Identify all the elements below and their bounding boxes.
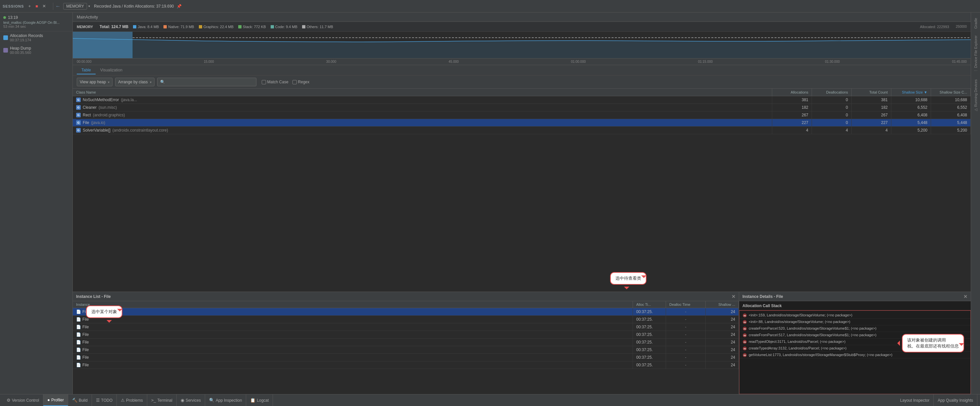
status-services[interactable]: ◉ Services (177, 395, 205, 406)
td-alloc-0: 381 (772, 96, 812, 103)
tab-visualization[interactable]: Visualization (95, 67, 127, 75)
profiler-icon: ● (47, 397, 50, 402)
itd-inst-name-3: File (83, 332, 89, 337)
legend-total: Total: 124.7 MB (100, 24, 128, 29)
instance-pane-close[interactable]: ✕ (732, 294, 735, 299)
status-terminal[interactable]: >_ Terminal (147, 395, 177, 406)
instance-row[interactable]: 📄 File 00:37:25. - 24 (73, 346, 739, 354)
callstack-item-1[interactable]: m <init>:88, Landroid/os/storage/Storage… (740, 319, 970, 325)
status-problems[interactable]: ⚠ Problems (117, 395, 147, 406)
top-bar-icons: + ■ ✕ (27, 3, 47, 9)
search-icon: 🔍 (160, 80, 165, 84)
instance-row-selected[interactable]: 📄 File 00:37:25. - 24 (73, 308, 739, 316)
table-body: G NoSuchMethodError (java.la... 381 0 38… (73, 96, 971, 292)
legend-code-dot (270, 25, 274, 29)
instance-row[interactable]: 📄 File 00:37:25. - 24 (73, 316, 739, 324)
status-build-label: Build (79, 398, 88, 403)
th-class-name[interactable]: Class Name (73, 89, 772, 96)
callstack-item-0[interactable]: m <init>:159, Landroid/os/storage/Storag… (740, 312, 970, 319)
th-shallow-size[interactable]: Shallow Size ▼ (891, 89, 931, 96)
class-name-4: SolverVariable[] (83, 128, 110, 133)
heap-selector[interactable]: View app heap ▾ (77, 78, 113, 86)
regex-checkbox[interactable] (293, 80, 297, 84)
add-session-btn[interactable]: + (27, 3, 32, 9)
tab-table[interactable]: Table (77, 67, 95, 75)
instance-row[interactable]: 📄 File 00:37:25. - 24 (73, 339, 739, 346)
table-row[interactable]: G Rect (android.graphics) 267 0 267 6,40… (73, 111, 971, 119)
close-session-btn[interactable]: ✕ (41, 3, 47, 9)
timeline-mark-0: 00:00.000 (77, 60, 92, 63)
table-row[interactable]: G SolverVariable[] (androidx.constraintl… (73, 127, 971, 134)
stop-btn[interactable]: ■ (34, 3, 40, 9)
th-deallocations[interactable]: Deallocations (812, 89, 852, 96)
class-pkg-3: (java.io) (91, 121, 105, 125)
status-layout-inspector[interactable]: Layout Inspector (896, 395, 934, 406)
search-box[interactable]: 🔍 (157, 78, 256, 86)
memory-dropdown-arrow[interactable]: ▾ (88, 4, 90, 8)
gradle-tab-0[interactable]: Gradle (972, 15, 979, 32)
memory-badge: MEMORY (63, 3, 87, 10)
status-build[interactable]: 🔨 Build (68, 395, 92, 406)
heap-dump-item[interactable]: Heap Dump 00:00:35.560 (0, 44, 72, 57)
status-profiler[interactable]: ● Profiler (43, 395, 68, 406)
instance-row[interactable]: 📄 File 00:37:25. - 24 (73, 354, 739, 362)
allocation-records-item[interactable]: Allocation Records 00:37:19.174 (0, 32, 72, 44)
separator1 (53, 3, 53, 10)
details-pane-close[interactable]: ✕ (964, 294, 967, 299)
class-pkg-2: (android.graphics) (93, 113, 125, 117)
ith-alloc-time[interactable]: Alloc Ti... (633, 301, 666, 308)
callstack-dot-6: m (743, 353, 747, 357)
regex-label: Regex (298, 80, 310, 84)
instance-row[interactable]: 📄 File 00:37:25. - 24 (73, 362, 739, 369)
search-input[interactable] (166, 80, 253, 84)
td-alloc-3: 227 (772, 119, 812, 126)
status-app-inspection[interactable]: 🔍 App Inspection (205, 395, 246, 406)
file-icon-3: 📄 (76, 332, 81, 337)
legend-others-dot (302, 25, 305, 29)
th-allocations[interactable]: Allocations (772, 89, 812, 96)
table-row[interactable]: G NoSuchMethodError (java.la... 381 0 38… (73, 96, 971, 104)
heap-dump-time: 00:00:35.560 (10, 51, 31, 55)
callstack-text-5: createTypedArray:3132, Landroid/os/Parce… (749, 346, 846, 350)
th-shallow-size-c[interactable]: Shallow Size C... (931, 89, 971, 96)
pin-icon[interactable]: 📌 (177, 4, 181, 9)
status-app-quality-label: App Quality Insights (938, 398, 973, 403)
status-app-quality[interactable]: App Quality Insights (934, 395, 977, 406)
ith-dealloc-time[interactable]: Dealloc Time (666, 301, 706, 308)
legend-max-val: 250000 (956, 25, 967, 29)
callstack-item-2[interactable]: m createFromParcel:520, Landroid/os/stor… (740, 325, 970, 332)
instance-row[interactable]: 📄 File 00:37:25. - 24 (73, 331, 739, 339)
table-row[interactable]: G Cleaner (sun.misc) 182 0 182 6,552 6,5… (73, 104, 971, 111)
class-icon-1: G (76, 105, 81, 110)
legend-java: Java: 8.4 MB (133, 25, 159, 29)
legend-graphics-label: Graphics: 22.4 MB (204, 25, 234, 29)
legend-java-label: Java: 8.4 MB (138, 25, 159, 29)
callstack-item-6[interactable]: m getVolumeList:1773, Landroid/os/storag… (740, 352, 970, 358)
ith-shallow[interactable]: Shallow ... (706, 301, 739, 308)
class-icon-2: G (76, 113, 81, 117)
logcat-icon: 📋 (250, 398, 255, 403)
status-logcat[interactable]: 📋 Logcat (246, 395, 273, 406)
callstack-text-1: <init>:88, Landroid/os/storage/StorageVo… (749, 320, 850, 324)
itd-shallow-7: 24 (706, 362, 739, 369)
instance-row[interactable]: 📄 File 00:37:25. - 24 (73, 324, 739, 331)
chart-canvas[interactable] (73, 32, 971, 58)
status-version-control[interactable]: ⚙ Version Control (3, 395, 43, 406)
gradle-tab-1[interactable]: ⋮ Device File Explorer (972, 33, 979, 75)
session-item: 13:19 test_malloc (Google AOSP On Bl... … (0, 13, 72, 32)
arrange-selector[interactable]: Arrange by class ▾ (115, 78, 154, 86)
table-row-selected[interactable]: G File (java.io) 227 0 227 5,448 5,448 (73, 119, 971, 127)
ith-instance[interactable]: Instance (73, 301, 633, 308)
status-todo[interactable]: ☰ TODO (92, 395, 117, 406)
match-case-checkbox-item[interactable]: Match Case (262, 80, 288, 84)
legend-items: Total: 124.7 MB Java: 8.4 MB Native: 71.… (100, 24, 949, 29)
gradle-tab-2[interactable]: ▷ Running Devices (972, 77, 979, 115)
back-arrow[interactable]: ← (55, 3, 60, 9)
regex-checkbox-item[interactable]: Regex (293, 80, 310, 84)
th-total-count[interactable]: Total Count (852, 89, 891, 96)
heap-selector-arrow: ▾ (108, 80, 110, 84)
td-shallow-4: 5,200 (891, 127, 931, 134)
itd-dealloc-5: - (666, 346, 706, 354)
green-dot (3, 16, 6, 19)
match-case-checkbox[interactable] (262, 80, 266, 84)
